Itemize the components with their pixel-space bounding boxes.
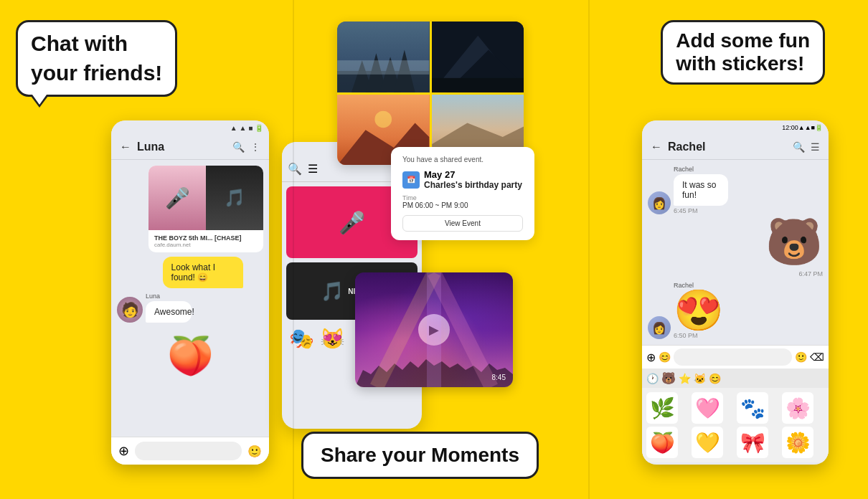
sticker-type-row: 🕐 🐻 ⭐ 🐱 😊 <box>642 369 829 388</box>
right-divider <box>588 0 590 499</box>
sticker-5[interactable]: 🍑 <box>646 427 678 458</box>
rachel-msg-time-1: 6:45 PM <box>674 207 742 214</box>
sticker-time-1: 6:47 PM <box>798 270 823 277</box>
right-bubble-line2: with stickers! <box>676 52 804 75</box>
sticker-1[interactable]: 🌿 <box>646 392 678 424</box>
right-menu-icon[interactable]: ☰ <box>811 141 820 153</box>
svg-point-13 <box>374 110 392 128</box>
incoming-msg-row: 🧑 Luna Awesome! <box>117 293 263 323</box>
add-icon[interactable]: ⊕ <box>118 443 129 459</box>
right-back-arrow[interactable]: ← <box>651 141 662 153</box>
stage-lights-svg <box>355 272 513 387</box>
sticker-7[interactable]: 🎀 <box>737 427 768 458</box>
middle-bubble-text: Share your Moments <box>321 444 519 466</box>
outgoing-message: Look what I found! 😄 <box>163 257 243 288</box>
right-header-icons: 🔍 ☰ <box>793 141 820 153</box>
svg-rect-10 <box>432 78 524 92</box>
left-phone: ▲ ▲ ■ 🔋 ← Luna 🔍 ⋮ 🎤 🎵 THE BOYZ 5th MI..… <box>111 120 269 465</box>
rachel-sticker: 😍 <box>674 290 724 331</box>
left-bubble-line1: Chat with <box>31 32 128 55</box>
right-search-icon[interactable]: 🔍 <box>793 141 805 153</box>
concert-video: ▶ 8:45 <box>355 272 513 387</box>
calendar-icon: 📅 <box>402 171 420 189</box>
right-bubble-line1: Add some fun <box>676 29 810 52</box>
left-phone-contact: Luna <box>137 141 227 153</box>
media-card: 🎤 🎵 THE BOYZ 5th MI... [CHASE] cafe.daum… <box>148 166 263 252</box>
back-arrow-icon[interactable]: ← <box>120 141 131 153</box>
svg-line-18 <box>434 272 491 387</box>
right-phone: 12:00 ▲▲■🔋 ← Rachel 🔍 ☰ 👩 Rachel It was … <box>642 120 829 465</box>
sticker-6[interactable]: 💛 <box>692 427 723 458</box>
clock-icon[interactable]: 🕐 <box>646 373 659 384</box>
middle-speech-bubble: Share your Moments <box>301 432 539 479</box>
sticker-8[interactable]: 🌼 <box>782 427 813 458</box>
concert-duration: 8:45 <box>492 374 506 381</box>
sticker-3[interactable]: 🐾 <box>737 392 768 424</box>
mid-menu-icon[interactable]: ☰ <box>308 162 318 176</box>
incoming-message: Awesome! <box>146 301 192 323</box>
sticker-panel: 🌿 🩷 🐾 🌸 🍑 💛 🎀 🌼 <box>642 388 829 462</box>
backspace-icon[interactable]: ⌫ <box>810 351 824 363</box>
media-card-text: THE BOYZ 5th MI... [CHASE] cafe.daum.net <box>148 230 263 252</box>
rachel-avatar: 👩 <box>648 191 671 214</box>
event-date: May 27 <box>424 169 522 180</box>
right-emoji-icon[interactable]: 🙂 <box>795 351 807 363</box>
right-speech-bubble: Add some fun with stickers! <box>661 20 825 85</box>
event-date-row: 📅 May 27 Charles's birthday party <box>402 169 523 190</box>
photo-cell-1 <box>337 22 430 92</box>
right-status-bar: 12:00 <box>782 124 798 131</box>
rachel-label-1: Rachel <box>674 166 742 173</box>
svg-rect-6 <box>337 60 429 75</box>
left-phone-header: ← Luna 🔍 ⋮ <box>111 135 269 160</box>
left-phone-header-icons: 🔍 ⋮ <box>232 141 260 153</box>
photo-grid <box>337 22 524 165</box>
rachel-msg-time-2: 6:50 PM <box>674 332 724 339</box>
event-card: You have a shared event. 📅 May 27 Charle… <box>391 147 534 240</box>
rachel-msg-text: It was so fun! <box>682 180 716 200</box>
event-title: Charles's birthday party <box>424 180 522 190</box>
left-bubble-line2: your friends! <box>31 61 162 85</box>
rachel-msg-row-2: 👩 Rachel 😍 6:50 PM <box>648 282 823 339</box>
menu-icon[interactable]: ⋮ <box>250 141 260 153</box>
sender-name-label: Luna <box>146 293 203 300</box>
sticker-icon[interactable]: 😊 <box>659 351 671 363</box>
smile-icon[interactable]: 😊 <box>709 373 721 384</box>
bear-icon-small[interactable]: 🐻 <box>661 371 676 385</box>
luna-avatar: 🧑 <box>117 297 143 323</box>
right-phone-header: ← Rachel 🔍 ☰ <box>642 135 829 160</box>
search-icon[interactable]: 🔍 <box>232 141 245 153</box>
incoming-text: Awesome! <box>154 307 194 317</box>
left-speech-bubble: Chat with your friends! <box>16 20 177 97</box>
cat-icon[interactable]: 🐱 <box>694 373 706 384</box>
media-card-title: THE BOYZ 5th MI... [CHASE] <box>154 234 258 242</box>
event-card-header: You have a shared event. <box>402 156 523 163</box>
right-input-row: ⊕ 😊 🙂 ⌫ <box>642 345 829 369</box>
left-phone-bottom-bar: ⊕ 🙂 <box>111 437 269 465</box>
event-time-label: Time <box>402 194 523 201</box>
sticker-2[interactable]: 🩷 <box>692 392 723 424</box>
right-add-icon[interactable]: ⊕ <box>646 351 656 364</box>
peach-sticker: 🍑 <box>167 334 214 378</box>
emoji-icon[interactable]: 🙂 <box>247 445 262 458</box>
left-phone-status-bar: ▲ ▲ ■ 🔋 <box>111 120 269 135</box>
left-divider <box>293 0 294 499</box>
right-phone-contact: Rachel <box>668 141 787 153</box>
media-card-subtitle: cafe.daum.net <box>154 242 258 248</box>
svg-line-16 <box>377 272 434 387</box>
right-chat-body: 👩 Rachel It was so fun! 6:45 PM 🐻 6:47 P… <box>642 160 829 345</box>
bear-sticker-out: 🐻 <box>765 219 823 265</box>
mid-search-icon[interactable]: 🔍 <box>288 162 302 176</box>
sticker-4[interactable]: 🌸 <box>782 392 813 424</box>
rachel-msg-row-1: 👩 Rachel It was so fun! 6:45 PM <box>648 166 823 214</box>
event-time-value: PM 06:00 ~ PM 9:00 <box>402 201 523 209</box>
rachel-message-1: It was so fun! <box>674 174 728 206</box>
photo-cell-2 <box>432 22 524 92</box>
outgoing-text: Look what I found! 😄 <box>171 262 215 282</box>
rachel-avatar-2: 👩 <box>648 316 671 339</box>
view-event-button[interactable]: View Event <box>402 215 523 232</box>
right-phone-status: 12:00 ▲▲■🔋 <box>642 120 829 135</box>
star-icon[interactable]: ⭐ <box>679 373 691 384</box>
